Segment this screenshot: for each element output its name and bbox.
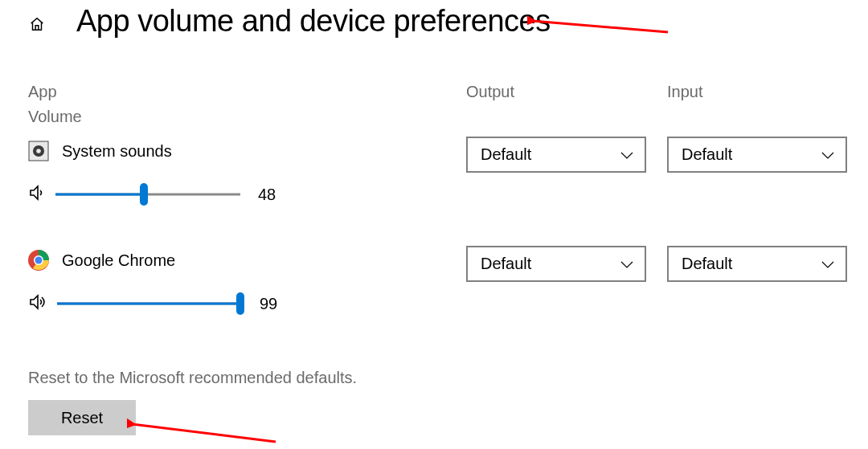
home-icon[interactable] [28, 15, 46, 33]
column-header-app: App [28, 83, 466, 101]
input-select-value: Default [682, 255, 732, 273]
app-row-system-sounds: System sounds 48 Default [28, 126, 868, 205]
column-header-output: Output [466, 83, 667, 101]
speaker-icon[interactable] [28, 184, 47, 205]
volume-value-system-sounds: 48 [258, 186, 276, 204]
column-header-input: Input [667, 83, 844, 101]
chevron-down-icon [821, 145, 834, 164]
volume-subheader: Volume [28, 108, 868, 126]
chrome-icon [28, 250, 49, 271]
output-select-value: Default [481, 255, 531, 273]
input-select-google-chrome[interactable]: Default [667, 246, 847, 282]
output-select-system-sounds[interactable]: Default [466, 137, 646, 173]
input-select-system-sounds[interactable]: Default [667, 137, 847, 173]
chevron-down-icon [821, 255, 834, 273]
volume-slider-google-chrome[interactable] [57, 294, 242, 313]
output-select-google-chrome[interactable]: Default [466, 246, 646, 282]
reset-button[interactable]: Reset [28, 400, 136, 435]
app-name-google-chrome: Google Chrome [62, 251, 175, 270]
reset-description: Reset to the Microsoft recommended defau… [28, 369, 868, 387]
chevron-down-icon [620, 145, 633, 164]
page-title: App volume and device preferences [76, 4, 551, 39]
svg-point-5 [35, 257, 43, 264]
reset-button-label: Reset [61, 409, 103, 427]
input-select-value: Default [682, 145, 732, 164]
app-name-system-sounds: System sounds [62, 142, 172, 161]
chevron-down-icon [620, 255, 633, 273]
system-sounds-icon [28, 141, 49, 161]
output-select-value: Default [481, 145, 531, 164]
svg-point-2 [36, 149, 41, 153]
app-row-google-chrome: Google Chrome 99 [28, 235, 868, 314]
volume-value-google-chrome: 99 [260, 295, 277, 313]
volume-slider-system-sounds[interactable] [55, 185, 240, 204]
speaker-icon[interactable] [28, 293, 49, 314]
